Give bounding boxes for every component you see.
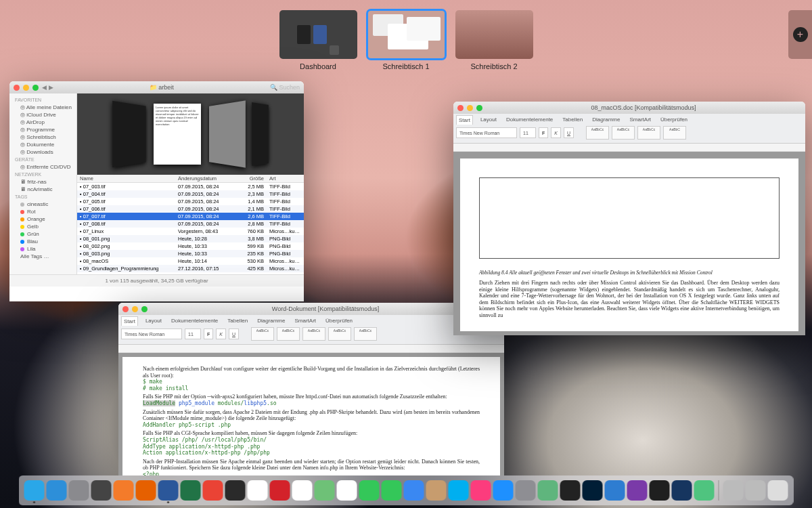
dock-app-firefox[interactable] [136,480,156,501]
font-size-select[interactable]: 11 [520,127,536,138]
dock-app-app-x[interactable] [627,480,648,501]
dock-app-terminal[interactable] [560,480,581,501]
sidebar-item[interactable]: ◎ AirDrop [9,119,76,126]
add-space-button[interactable]: + [788,10,812,59]
sidebar-tag[interactable]: Blau [9,238,76,245]
minimize-button[interactable] [23,85,29,91]
coverflow-view[interactable]: Lorem ipsum dolor sit amet consectetur a… [77,93,304,175]
dock-downloads2[interactable] [746,480,766,501]
col-name[interactable]: Name [77,175,175,182]
ribbon-tab[interactable]: Überprüfen [323,316,355,326]
italic-button[interactable]: K [551,127,561,138]
ribbon-tab[interactable]: Tabellen [225,316,250,326]
zoom-button[interactable] [32,85,39,91]
dock-app-acrobat[interactable] [270,480,290,501]
sidebar-item[interactable]: 🖥 ncArimatic [9,186,76,193]
word1-titlebar[interactable]: Word-Dokument [Kompatibilitätsmodus] [118,303,504,315]
style-preview[interactable]: AaBbCc [302,327,325,341]
document-area[interactable]: Abbildung 8.4 Alle aktuell geöffneten Fe… [453,152,805,335]
dock-app-time-machine[interactable] [694,480,715,501]
sidebar-item[interactable]: 🖥 fritz-nas [9,178,76,186]
search-input[interactable]: 🔍 Suchen [270,84,300,91]
ribbon-tab[interactable]: Start [456,115,473,125]
dock-app-photos[interactable] [337,480,357,501]
finder-window[interactable]: ◀ ▶ 📁 arbeit 🔍 Suchen Favoriten ◎ Alle m… [9,81,304,301]
file-row[interactable]: ▪ 10_001.eps29.10.2015, 15:181 MBEPS (E…… [77,272,304,274]
dock-trash[interactable] [768,480,788,501]
dock-app-app-w[interactable] [605,480,625,501]
file-row[interactable]: ▪ 08_macOSHeute, 10:14530 KBMicros…kumen… [77,257,304,265]
ribbon-tab[interactable]: Layout [478,115,499,125]
space-desktop-2[interactable]: Schreibtisch 2 [455,10,533,70]
sidebar-item[interactable]: ◎ Alle meine Dateien [9,104,76,111]
sidebar-item[interactable]: ◎ iCloud Drive [9,111,76,119]
file-row[interactable]: ▪ 09_Grundlagen_Programmierung27.12.2016… [77,265,304,272]
dock-app-photoshop[interactable] [583,480,603,501]
col-size[interactable]: Größe [236,175,267,182]
ribbon-tab[interactable]: SmartArt [292,316,318,326]
col-kind[interactable]: Art [267,175,304,182]
dock-app-kindle[interactable] [650,480,670,501]
dock-app-launchpad[interactable] [69,480,89,501]
file-row[interactable]: ▪ 08_002.pngHeute, 10:33599 KBPNG-Bild [77,242,304,250]
word-ribbon[interactable]: StartLayoutDokumentelementeTabellenDiagr… [118,315,504,345]
style-preview[interactable]: AaBbCc [328,327,351,341]
sidebar-item[interactable]: ◎ Entfernte CD/DVD [9,163,76,171]
style-preview[interactable]: AaBbCc [251,327,274,341]
dock-app-calendar[interactable] [248,480,268,501]
dock-app-settings[interactable] [516,480,536,501]
ribbon-tab[interactable]: Dokumentelemente [169,316,220,326]
window-controls[interactable] [14,85,39,91]
finder-titlebar[interactable]: ◀ ▶ 📁 arbeit 🔍 Suchen [9,81,304,93]
dock-app-safari[interactable] [47,480,67,501]
dock-app-chrome[interactable] [203,480,223,501]
page[interactable]: Nach einem erfolgreichen Durchlauf von c… [122,357,500,475]
sidebar-item[interactable]: ◎ Programme [9,126,76,133]
ribbon-tab[interactable]: Tabellen [560,115,585,125]
style-preview[interactable]: AaBbCc [637,126,660,140]
word-ribbon[interactable]: StartLayoutDokumentelementeTabellenDiagr… [453,114,805,144]
sidebar-tag[interactable]: Alle Tags … [9,253,76,260]
ruler[interactable] [453,144,805,152]
ribbon-tab[interactable]: SmartArt [627,115,653,125]
close-button[interactable] [457,105,464,111]
close-button[interactable] [14,85,20,91]
dock-app-atom[interactable] [538,480,558,501]
ribbon-tab[interactable]: Dokumentelemente [504,115,555,125]
dock-app-xampp[interactable] [114,480,134,501]
style-preview[interactable]: AaBbCc [277,327,300,341]
file-row[interactable]: ▪ 07_003.tif07.09.2015, 08:242,5 MBTIFF-… [77,183,304,190]
dock-app-maps[interactable] [315,480,335,501]
dock-app-devtool[interactable] [225,480,246,501]
word-window-2[interactable]: 08_macOS.doc [Kompatibilitätsmodus] Star… [453,102,805,335]
ruler[interactable] [118,345,504,353]
space-dashboard[interactable]: Dashboard [279,10,357,70]
sidebar-tag[interactable]: cineastic [9,200,76,208]
dock-app-finder[interactable] [24,480,45,501]
bold-button[interactable]: F [539,127,548,138]
file-row[interactable]: ▪ 07_005.tif07.09.2015, 08:241,4 MBTIFF-… [77,198,304,205]
coverflow-item[interactable] [112,101,146,167]
file-list-header[interactable]: Name Änderungsdatum Größe Art [77,175,304,183]
underline-button[interactable]: U [564,127,574,138]
coverflow-item[interactable] [252,102,269,166]
file-row[interactable]: ▪ 07_007.tif07.09.2015, 08:242,6 MBTIFF-… [77,213,304,220]
italic-button[interactable]: K [216,329,226,339]
file-row[interactable]: ▪ 07_006.tif07.09.2015, 08:242,1 MBTIFF-… [77,205,304,213]
underline-button[interactable]: U [229,329,239,339]
dock-app-facetime[interactable] [382,480,402,501]
dock-app-contacts[interactable] [426,480,447,501]
sidebar-tag[interactable]: Lila [9,245,76,253]
style-preview[interactable]: AaBbCc [586,126,609,140]
coverflow-item[interactable]: Lorem ipsum dolor sit amet consectetur a… [154,104,201,165]
bold-button[interactable]: F [204,329,213,339]
file-row[interactable]: ▪ 07_008.tif07.09.2015, 08:242,8 MBTIFF-… [77,220,304,228]
word2-titlebar[interactable]: 08_macOS.doc [Kompatibilitätsmodus] [453,102,805,114]
file-row[interactable]: ▪ 07_004.tif07.09.2015, 08:242,3 MBTIFF-… [77,190,304,198]
font-name-select[interactable]: Times New Roman [121,329,182,339]
document-area[interactable]: Nach einem erfolgreichen Durchlauf von c… [118,353,504,475]
dock-app-mission-control[interactable] [91,480,112,501]
style-preview[interactable]: AaBbCc [612,126,635,140]
style-preview[interactable]: AaBbCc [354,327,377,341]
col-date[interactable]: Änderungsdatum [175,175,236,182]
